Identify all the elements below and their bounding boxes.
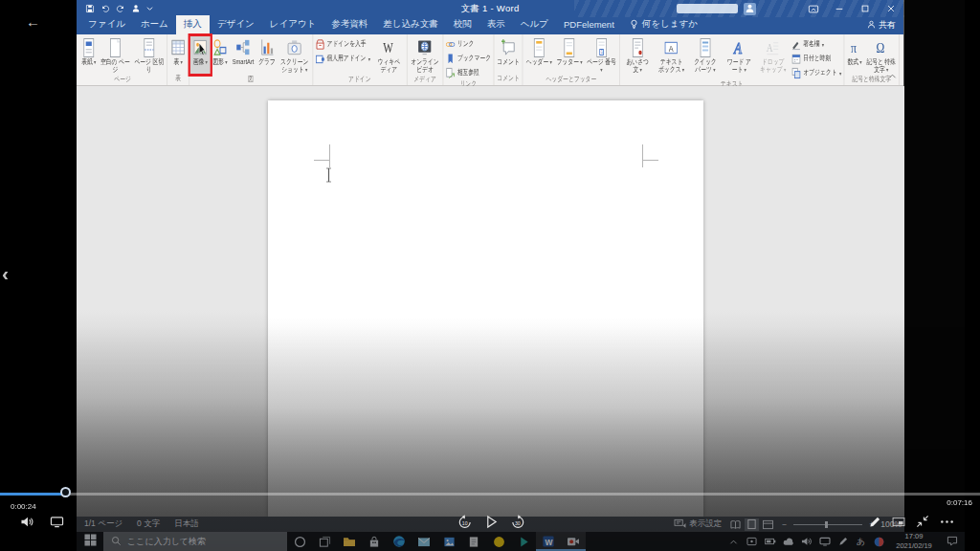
ribbon-button-greeting-line[interactable]: あいさつ 文 ▾ bbox=[621, 35, 655, 79]
ribbon-button-wordart[interactable]: Aワード アート ▾ bbox=[723, 35, 756, 79]
language-indicator[interactable]: 日本語 bbox=[174, 518, 199, 530]
tray-volume[interactable] bbox=[797, 532, 815, 551]
collapse-ribbon-button[interactable] bbox=[888, 66, 897, 83]
ribbon-button-smartart[interactable]: SmartArt bbox=[230, 35, 256, 75]
display-settings-button[interactable]: 表示設定 bbox=[674, 518, 722, 531]
ribbon-button-shapes[interactable]: 図形 ▾ bbox=[211, 35, 231, 75]
ribbon-button-text-box[interactable]: Aテキスト ボックス ▾ bbox=[655, 35, 688, 79]
ribbon-button-page-number[interactable]: 1ページ 番号 ▾ bbox=[585, 35, 618, 75]
tab-references[interactable]: 参考資料 bbox=[323, 15, 375, 34]
player-pip-button[interactable] bbox=[892, 517, 905, 527]
ribbon-button-cover-page[interactable]: 表紙 ▾ bbox=[79, 35, 99, 75]
player-back-button[interactable]: ← bbox=[26, 13, 40, 30]
taskbar-item-photos[interactable] bbox=[436, 532, 461, 551]
qat-customize-toolbar-button[interactable] bbox=[146, 6, 153, 11]
tab-file[interactable]: ファイル bbox=[80, 15, 133, 34]
word-count[interactable]: 0 文字 bbox=[137, 518, 160, 530]
tray-battery[interactable] bbox=[761, 532, 779, 551]
qat-account-button[interactable] bbox=[131, 4, 141, 13]
view-button-print-layout[interactable] bbox=[745, 518, 759, 531]
ribbon-button-quick-parts[interactable]: クイック パーツ ▾ bbox=[688, 35, 722, 79]
ribbon-button-get-add-ins[interactable]: アドインを入手 bbox=[315, 37, 370, 51]
tray-tray-app[interactable] bbox=[743, 532, 761, 551]
ribbon-button-signature-line[interactable]: 署名欄▾ bbox=[791, 37, 841, 51]
tab-home[interactable]: ホーム bbox=[133, 15, 176, 34]
ribbon-button-pictures[interactable]: 画像 ▾ bbox=[190, 35, 211, 75]
tray-ime[interactable]: あ bbox=[852, 532, 870, 551]
taskbar-search-input[interactable]: ここに入力して検索 bbox=[103, 532, 287, 551]
tab-view[interactable]: 表示 bbox=[479, 15, 513, 34]
account-avatar[interactable] bbox=[744, 3, 756, 15]
taskbar-clock[interactable]: 17:09 2021/02/19 bbox=[888, 532, 940, 551]
player-previous-button[interactable]: ‹ bbox=[2, 262, 9, 285]
tray-app-dot[interactable] bbox=[870, 532, 888, 551]
qat-redo-button[interactable] bbox=[116, 4, 125, 13]
ribbon-button-date-time[interactable]: 日付と時刻 bbox=[791, 52, 841, 65]
ribbon-button-link[interactable]: リンク bbox=[446, 37, 492, 51]
tab-tell-me[interactable]: 何をしますか bbox=[622, 15, 705, 34]
ribbon-button-wikipedia[interactable]: Wウィキペ ディア bbox=[372, 35, 406, 75]
ribbon-button-online-video[interactable]: オンライン ビデオ bbox=[408, 35, 441, 75]
player-timeline[interactable] bbox=[0, 493, 980, 496]
qat-undo-button[interactable] bbox=[100, 4, 110, 13]
taskbar-item-notes[interactable] bbox=[461, 532, 486, 551]
ribbon-button-header[interactable]: ヘッダー ▾ bbox=[523, 35, 554, 75]
zoom-slider[interactable] bbox=[793, 524, 862, 525]
restore-button[interactable] bbox=[852, 0, 878, 17]
taskbar-item-edge[interactable] bbox=[387, 532, 412, 551]
tab-review[interactable]: 校閲 bbox=[446, 15, 479, 34]
view-button-web-layout[interactable] bbox=[761, 518, 775, 531]
ribbon-button-bookmark[interactable]: ブックマーク bbox=[446, 52, 492, 65]
player-rewind-10-button[interactable]: 10 bbox=[457, 515, 473, 529]
ribbon-button-blank-page[interactable]: 空白の ページ bbox=[99, 35, 132, 75]
player-timeline-knob[interactable] bbox=[60, 487, 71, 497]
tray-pen[interactable] bbox=[834, 532, 852, 551]
taskbar-item-app-yellow[interactable] bbox=[486, 532, 511, 551]
tray-hidden-icons[interactable] bbox=[724, 532, 743, 551]
ribbon-button-comment[interactable]: コメント bbox=[495, 35, 522, 74]
taskbar-item-word[interactable]: W bbox=[536, 532, 561, 551]
player-volume-button[interactable] bbox=[20, 516, 34, 528]
view-button-read-mode[interactable] bbox=[728, 518, 743, 531]
tab-design[interactable]: デザイン bbox=[210, 15, 262, 34]
document-area[interactable] bbox=[77, 86, 904, 517]
ribbon-button-cross-reference[interactable]: 相互参照 bbox=[446, 66, 492, 79]
ribbon-button-equation[interactable]: π数式 ▾ bbox=[845, 35, 864, 75]
share-button[interactable]: 共有 bbox=[867, 19, 896, 32]
close-button[interactable] bbox=[878, 0, 903, 17]
tray-display[interactable] bbox=[815, 532, 834, 551]
player-more-button[interactable] bbox=[940, 519, 954, 524]
ribbon-button-my-add-ins[interactable]: 個人用アドイン▾ bbox=[315, 52, 370, 65]
player-forward-30-button[interactable]: 30 bbox=[510, 515, 525, 529]
taskbar-item-recorder[interactable] bbox=[561, 532, 586, 551]
player-shrink-button[interactable] bbox=[916, 515, 929, 528]
zoom-out-button[interactable]: − bbox=[782, 519, 787, 529]
tab-layout[interactable]: レイアウト bbox=[262, 15, 324, 34]
ribbon-button-page-break[interactable]: ページ 区切り bbox=[132, 35, 166, 75]
ribbon-button-object[interactable]: オブジェクト▾ bbox=[791, 66, 841, 79]
player-play-button[interactable] bbox=[485, 515, 498, 529]
ribbon-button-chart[interactable]: グラフ bbox=[256, 35, 278, 75]
taskbar-item-store[interactable] bbox=[362, 532, 387, 551]
qat-save-button[interactable] bbox=[85, 4, 95, 13]
tab-insert[interactable]: 挿入 bbox=[176, 15, 210, 34]
page-info[interactable]: 1/1 ページ bbox=[84, 518, 122, 530]
minimize-button[interactable] bbox=[826, 0, 852, 17]
tab-help[interactable]: ヘルプ bbox=[513, 15, 556, 34]
ribbon-button-screenshot[interactable]: スクリーン ショット ▾ bbox=[278, 35, 311, 75]
taskbar-item-mail[interactable] bbox=[412, 532, 436, 551]
ribbon-button-drop-cap[interactable]: Aドロップ キャップ ▾ bbox=[756, 35, 790, 79]
tray-onedrive[interactable] bbox=[779, 532, 797, 551]
taskbar-item-task-view[interactable] bbox=[312, 532, 337, 551]
ribbon-button-table[interactable]: 表 ▾ bbox=[168, 35, 189, 74]
document-page[interactable] bbox=[268, 100, 703, 517]
tab-pdfelement[interactable]: PDFelement bbox=[556, 15, 622, 34]
tab-mailings[interactable]: 差し込み文書 bbox=[375, 15, 445, 34]
ribbon-display-options-button[interactable] bbox=[800, 0, 826, 17]
ribbon-button-footer[interactable]: フッター ▾ bbox=[554, 35, 585, 75]
player-draw-button[interactable] bbox=[869, 516, 881, 528]
start-button[interactable] bbox=[77, 532, 103, 551]
player-screen-share-button[interactable] bbox=[50, 516, 64, 528]
taskbar-item-explorer[interactable] bbox=[337, 532, 362, 551]
taskbar-item-cortana[interactable] bbox=[287, 532, 312, 551]
